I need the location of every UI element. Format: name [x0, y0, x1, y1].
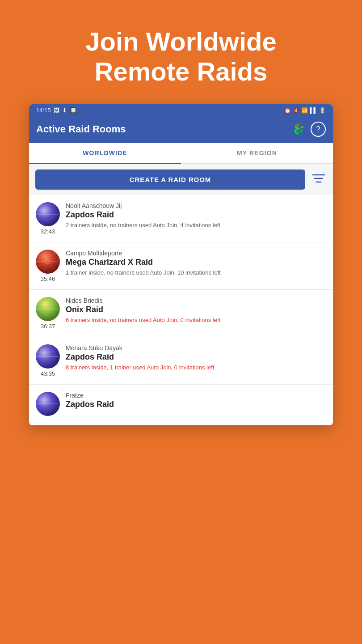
pokemon-settings-icon[interactable]: 🐉 [292, 123, 304, 135]
raid-avatar-charizard [36, 250, 60, 274]
raid-info-2: Campo Multideporte Mega Charizard X Raid… [66, 250, 327, 277]
raid-details-2: 1 trainer inside, no trainers used Auto … [66, 269, 327, 277]
raid-timer-1: 32:43 [41, 228, 55, 235]
raid-avatar-fratze [36, 392, 60, 416]
raid-location-3: Nidos Briedis [66, 297, 327, 304]
raid-item[interactable]: 32:43 Nooit Aanschouw Jij Zapdos Raid 2 … [29, 195, 333, 242]
app-bar-title: Active Raid Rooms [36, 123, 126, 135]
status-mute-icon: 🔇 [293, 107, 299, 114]
raid-name-2: Mega Charizard X Raid [66, 258, 327, 267]
raid-name-4: Zapdos Raid [66, 352, 327, 362]
status-wifi-icon: 📶 [301, 107, 308, 114]
raid-details-1: 2 trainers inside, no trainers used Auto… [66, 221, 327, 229]
raid-name-5: Zapdos Raid [66, 400, 327, 409]
status-time: 14:15 [36, 107, 51, 114]
status-right: ⏰ 🔇 📶 ▌▌ 🔋 [284, 107, 326, 114]
raid-avatar-zapdos-2 [36, 344, 60, 369]
raid-avatar-col [35, 392, 60, 418]
raid-info-3: Nidos Briedis Onix Raid 6 trainers insid… [66, 297, 327, 324]
raid-list: 32:43 Nooit Aanschouw Jij Zapdos Raid 2 … [29, 195, 333, 425]
raid-item[interactable]: 35:46 Campo Multideporte Mega Charizard … [29, 242, 333, 290]
raid-info-5: Fratze Zapdos Raid [66, 392, 327, 411]
raid-location-1: Nooit Aanschouw Jij [66, 202, 327, 209]
raid-location-5: Fratze [66, 392, 327, 399]
status-screenshot-icon: 🖼 [54, 107, 59, 114]
raid-timer-3: 36:37 [41, 323, 55, 330]
tab-bar: WORLDWIDE MY REGION [29, 143, 333, 164]
raid-item[interactable]: 36:37 Nidos Briedis Onix Raid 6 trainers… [29, 290, 333, 337]
zapdos-avatar-icon [36, 202, 60, 226]
raid-location-4: Menara Suku Dayak [66, 344, 327, 352]
raid-avatar-col: 43:35 [35, 344, 60, 377]
raid-item[interactable]: Fratze Zapdos Raid [29, 385, 333, 425]
tab-my-region[interactable]: MY REGION [181, 143, 333, 163]
hero-title: Join WorldwideRemote Raids [59, 0, 303, 104]
raid-timer-2: 35:46 [41, 275, 55, 282]
phone-container: 14:15 🖼 ⬇ 🔲 ⏰ 🔇 📶 ▌▌ 🔋 Active Raid Rooms… [29, 104, 333, 425]
raid-avatar-col: 36:37 [35, 297, 60, 330]
create-raid-button[interactable]: CREATE A RAID ROOM [35, 169, 305, 190]
raid-avatar-col: 32:43 [35, 202, 60, 235]
filter-button[interactable] [311, 172, 327, 188]
raid-info-1: Nooit Aanschouw Jij Zapdos Raid 2 traine… [66, 202, 327, 229]
zapdos2-avatar-icon [36, 344, 60, 369]
tab-worldwide[interactable]: WORLDWIDE [29, 143, 181, 164]
raid-name-1: Zapdos Raid [66, 210, 327, 220]
raid-item[interactable]: 43:35 Menara Suku Dayak Zapdos Raid 8 tr… [29, 337, 333, 385]
raid-name-3: Onix Raid [66, 305, 327, 314]
raid-info-4: Menara Suku Dayak Zapdos Raid 8 trainers… [66, 344, 327, 372]
status-left: 14:15 🖼 ⬇ 🔲 [36, 107, 77, 114]
help-button[interactable]: ? [311, 122, 326, 137]
raid-timer-4: 43:35 [41, 370, 55, 377]
status-download-icon: ⬇ [62, 107, 67, 114]
status-screen-icon: 🔲 [70, 107, 77, 114]
status-bar: 14:15 🖼 ⬇ 🔲 ⏰ 🔇 📶 ▌▌ 🔋 [29, 104, 333, 116]
app-bar-icons: 🐉 ? [292, 122, 326, 137]
fratze-avatar-icon [36, 392, 60, 416]
raid-details-3: 6 trainers inside, no trainers used Auto… [66, 316, 327, 324]
raid-avatar-onix [36, 297, 60, 321]
raid-avatar-col: 35:46 [35, 250, 60, 282]
raid-location-2: Campo Multideporte [66, 250, 327, 257]
raid-details-4: 8 trainers inside, 1 trainer used Auto J… [66, 364, 327, 372]
onix-avatar-icon [36, 297, 60, 321]
status-signal-icon: ▌▌ [310, 107, 317, 114]
help-icon: ? [316, 125, 320, 133]
status-alarm-icon: ⏰ [284, 107, 291, 114]
app-bar: Active Raid Rooms 🐉 ? [29, 116, 333, 143]
raid-avatar-zapdos-1 [36, 202, 60, 226]
action-row: CREATE A RAID ROOM [29, 164, 333, 195]
status-battery-icon: 🔋 [319, 107, 326, 114]
charizard-avatar-icon [36, 250, 60, 274]
